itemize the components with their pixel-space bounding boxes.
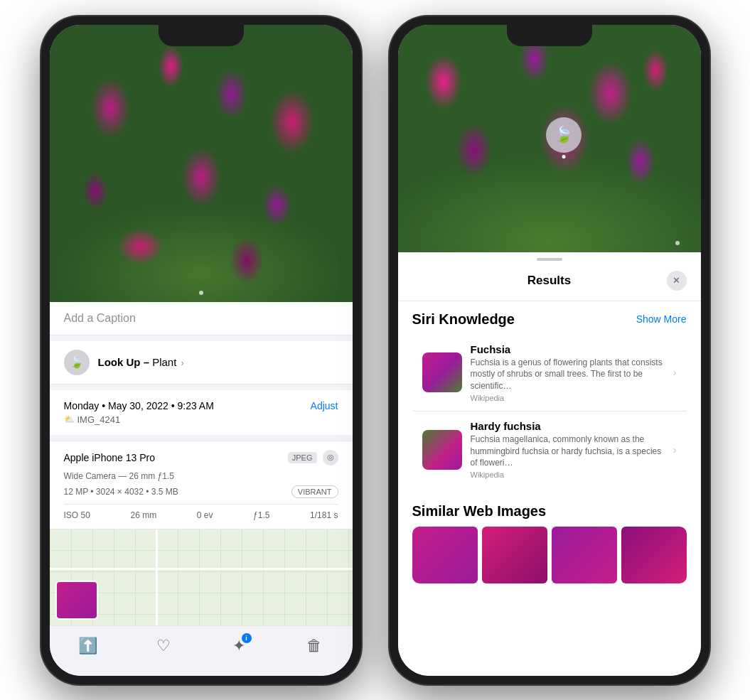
home-indicator bbox=[159, 676, 244, 679]
hardy-chevron-icon: › bbox=[673, 444, 677, 456]
camera-spec: Wide Camera — 26 mm ƒ1.5 bbox=[64, 471, 338, 481]
shutter-value: 1/181 s bbox=[310, 510, 338, 520]
hardy-thumbnail bbox=[422, 430, 462, 470]
siri-knowledge-section: Siri Knowledge Show More Fuchsia Fuchsia… bbox=[398, 301, 701, 494]
date-row: Monday • May 30, 2022 • 9:23 AM Adjust bbox=[64, 400, 338, 411]
knowledge-card: Fuchsia Fuchsia is a genus of flowering … bbox=[412, 335, 687, 488]
close-icon: ✕ bbox=[673, 275, 680, 286]
map-section[interactable] bbox=[50, 529, 353, 625]
leaf-icon: 🍃 bbox=[554, 126, 573, 144]
show-more-button[interactable]: Show More bbox=[636, 313, 687, 325]
mp-spec: 12 MP • 3024 × 4032 • 3.5 MB bbox=[64, 487, 178, 497]
meta-section: Monday • May 30, 2022 • 9:23 AM Adjust ⛅… bbox=[50, 390, 353, 435]
share-button[interactable]: ⬆️ bbox=[78, 636, 98, 656]
hardy-source: Wikipedia bbox=[471, 470, 665, 479]
knowledge-item-fuchsia[interactable]: Fuchsia Fuchsia is a genus of flowering … bbox=[412, 335, 687, 411]
vibrant-badge: VIBRANT bbox=[291, 485, 338, 498]
lookup-row[interactable]: 🍃 Look Up – Plant › bbox=[50, 341, 353, 384]
hardy-content: Hardy fuchsia Fuchsia magellanica, commo… bbox=[471, 420, 665, 479]
photo-overlay bbox=[50, 25, 353, 302]
adjust-button[interactable]: Adjust bbox=[311, 400, 338, 411]
ev-value: 0 ev bbox=[197, 510, 213, 520]
fuchsia-description: Fuchsia is a genus of flowering plants t… bbox=[471, 357, 665, 392]
lookup-chevron-icon: › bbox=[181, 357, 184, 368]
results-header: Results ✕ bbox=[398, 261, 701, 301]
lookup-label: Look Up – bbox=[98, 356, 150, 368]
cloud-icon: ⛅ bbox=[64, 414, 75, 424]
fuchsia-thumbnail bbox=[422, 352, 462, 392]
close-button[interactable]: ✕ bbox=[667, 271, 687, 291]
lookup-icon: 🍃 bbox=[64, 350, 90, 375]
filename-row: ⛅ IMG_4241 bbox=[64, 414, 338, 425]
fuchsia-chevron-icon: › bbox=[673, 367, 677, 378]
web-image-3[interactable] bbox=[552, 527, 617, 583]
photo-date: Monday • May 30, 2022 • 9:23 AM bbox=[64, 400, 214, 411]
left-phone: Add a Caption 🍃 Look Up – Plant › Monday… bbox=[41, 16, 361, 684]
filename: IMG_4241 bbox=[77, 414, 121, 425]
photo-area[interactable] bbox=[50, 25, 353, 302]
web-images-grid[interactable] bbox=[412, 527, 687, 583]
fuchsia-title: Fuchsia bbox=[471, 343, 665, 355]
location-icon: ◎ bbox=[323, 450, 338, 465]
map-road-v bbox=[156, 529, 158, 625]
info-badge: i bbox=[242, 633, 252, 643]
home-indicator-right bbox=[507, 676, 592, 679]
hardy-description: Fuchsia magellanica, commonly known as t… bbox=[471, 434, 665, 469]
page-dot-indicator bbox=[199, 291, 203, 295]
results-title: Results bbox=[432, 274, 667, 288]
iso-value: ISO 50 bbox=[64, 510, 90, 520]
siri-section-header: Siri Knowledge Show More bbox=[412, 311, 687, 328]
caption-area[interactable]: Add a Caption bbox=[50, 302, 353, 335]
spec-row: 12 MP • 3024 × 4032 • 3.5 MB VIBRANT bbox=[64, 485, 338, 498]
results-wrapper: Results ✕ Siri Knowledge Show More bbox=[398, 252, 701, 676]
web-images-section: Similar Web Images bbox=[398, 493, 701, 589]
drag-handle[interactable] bbox=[537, 258, 562, 261]
visual-search-button[interactable]: 🍃 bbox=[546, 117, 582, 153]
right-dot-indicator bbox=[675, 241, 680, 245]
right-phone: 🍃 Results ✕ Siri Knowledge bbox=[390, 16, 709, 684]
right-photo-area[interactable]: 🍃 bbox=[398, 25, 701, 252]
caption-placeholder[interactable]: Add a Caption bbox=[64, 312, 136, 324]
hardy-title: Hardy fuchsia bbox=[471, 420, 665, 432]
notch-right bbox=[507, 25, 592, 46]
device-name: Apple iPhone 13 Pro bbox=[64, 452, 155, 463]
info-panel: Add a Caption 🍃 Look Up – Plant › Monday… bbox=[50, 302, 353, 625]
lookup-subject: Plant bbox=[152, 356, 176, 368]
web-images-title: Similar Web Images bbox=[412, 503, 547, 519]
fuchsia-source: Wikipedia bbox=[471, 394, 665, 402]
delete-button[interactable]: 🗑 bbox=[304, 636, 324, 656]
thumb-image bbox=[57, 582, 97, 618]
photo-thumbnail bbox=[55, 581, 98, 620]
results-scroll-area[interactable]: Siri Knowledge Show More Fuchsia Fuchsia… bbox=[398, 301, 701, 676]
badge-row: JPEG ◎ bbox=[288, 450, 338, 465]
format-badge: JPEG bbox=[288, 452, 317, 463]
notch bbox=[159, 25, 244, 46]
exif-row: ISO 50 26 mm 0 ev ƒ1.5 1/181 s bbox=[64, 504, 338, 520]
device-section: Apple iPhone 13 Pro JPEG ◎ Wide Camera —… bbox=[50, 441, 353, 529]
right-phone-inner: 🍃 Results ✕ Siri Knowledge bbox=[398, 25, 701, 676]
lookup-text: Look Up – Plant › bbox=[98, 356, 184, 368]
info-button[interactable]: ✦ i bbox=[229, 636, 249, 656]
web-images-header: Similar Web Images bbox=[412, 503, 687, 519]
left-phone-inner: Add a Caption 🍃 Look Up – Plant › Monday… bbox=[50, 25, 353, 676]
fuchsia-content: Fuchsia Fuchsia is a genus of flowering … bbox=[471, 343, 665, 402]
toolbar: ⬆️ ♡ ✦ i 🗑 bbox=[50, 625, 353, 676]
web-image-1[interactable] bbox=[412, 527, 478, 583]
favorite-button[interactable]: ♡ bbox=[154, 636, 173, 656]
web-image-4[interactable] bbox=[621, 527, 687, 583]
aperture-value: ƒ1.5 bbox=[253, 510, 269, 520]
siri-section-title: Siri Knowledge bbox=[412, 311, 515, 328]
device-row: Apple iPhone 13 Pro JPEG ◎ bbox=[64, 450, 338, 465]
focal-value: 26 mm bbox=[130, 510, 156, 520]
drag-handle-area[interactable] bbox=[398, 252, 701, 261]
knowledge-item-hardy-fuchsia[interactable]: Hardy fuchsia Fuchsia magellanica, commo… bbox=[412, 411, 687, 488]
vs-dot bbox=[562, 155, 565, 158]
web-image-2[interactable] bbox=[482, 527, 547, 583]
map-road-h bbox=[50, 568, 353, 570]
